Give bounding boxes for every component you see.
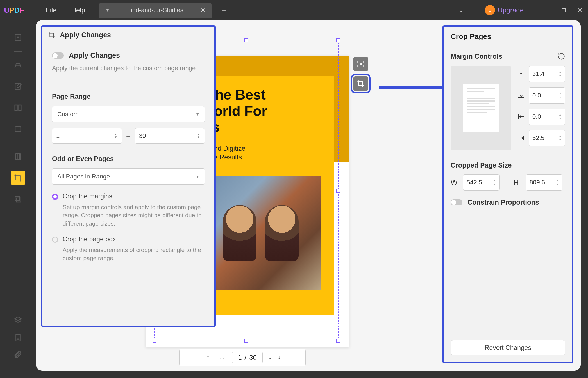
separator xyxy=(475,5,475,15)
window-close-button[interactable] xyxy=(572,3,588,17)
cropped-size-title: Cropped Page Size xyxy=(451,161,565,169)
edit-tool-icon[interactable] xyxy=(11,79,25,94)
page-range-title: Page Range xyxy=(52,93,205,100)
crop-handle-tr[interactable] xyxy=(336,38,340,42)
workarea: ply For the Best n The World For r Studi… xyxy=(0,20,588,378)
tabs-dropdown-icon[interactable]: ⌄ xyxy=(452,6,469,14)
chevron-down-icon: ▼ xyxy=(196,112,199,116)
reader-tool-icon[interactable] xyxy=(11,30,25,45)
svg-rect-9 xyxy=(19,105,21,111)
next-page-icon[interactable]: ⌄ xyxy=(268,354,272,361)
page-input[interactable]: 1/30 xyxy=(232,352,263,363)
page-navigator: ⤒ ︿ 1/30 ⌄ ⤓ xyxy=(179,349,306,366)
margin-right-input[interactable]: 52.5▲▼ xyxy=(529,130,565,146)
layers-icon[interactable] xyxy=(13,316,22,325)
crop-pages-panel: Crop Pages Margin Controls 31.4▲▼ xyxy=(442,25,573,363)
svg-rect-10 xyxy=(15,127,21,132)
crop-icon xyxy=(47,31,56,39)
titlebar: UPDF File Help ▼ Find-and-...r-Studies ✕… xyxy=(0,0,588,20)
margin-bottom-input[interactable]: 0.0▲▼ xyxy=(529,87,565,104)
crop-handle-bm[interactable] xyxy=(244,339,248,343)
crop-pagebox-radio[interactable]: Crop the page box Apply the measurements… xyxy=(52,235,205,262)
height-label: H xyxy=(514,178,521,187)
prev-page-icon[interactable]: ︿ xyxy=(217,354,227,361)
last-page-icon[interactable]: ⤓ xyxy=(277,354,281,361)
new-tab-button[interactable]: ＋ xyxy=(217,3,232,18)
tab-menu-icon[interactable]: ▼ xyxy=(105,8,110,13)
range-dash: – xyxy=(126,132,130,140)
upgrade-button[interactable]: U Upgrade xyxy=(480,5,529,15)
height-input[interactable]: 809.6▲▼ xyxy=(526,174,562,191)
radio-icon xyxy=(52,194,58,200)
radio-help: Apply the measurements of cropping recta… xyxy=(63,246,205,262)
apply-changes-toggle[interactable] xyxy=(52,52,64,59)
menu-help[interactable]: Help xyxy=(64,6,92,14)
margin-top-icon xyxy=(517,71,525,77)
odd-even-title: Odd or Even Pages xyxy=(52,155,205,163)
svg-point-15 xyxy=(360,63,362,65)
width-input[interactable]: 542.5▲▼ xyxy=(463,174,500,191)
margin-left-icon xyxy=(517,113,525,120)
page-tool-icon[interactable] xyxy=(11,100,25,115)
reset-icon[interactable] xyxy=(557,52,565,60)
window-maximize-button[interactable] xyxy=(555,3,572,17)
svg-rect-8 xyxy=(15,105,17,111)
separator xyxy=(534,5,534,15)
separator xyxy=(33,5,33,15)
revert-button[interactable]: Revert Changes xyxy=(451,340,565,355)
document-tab[interactable]: ▼ Find-and-...r-Studies ✕ xyxy=(99,3,212,18)
odd-even-select[interactable]: All Pages in Range▼ xyxy=(52,168,205,185)
apply-changes-help: Apply the current changes to the custom … xyxy=(52,64,205,73)
window-minimize-button[interactable] xyxy=(539,3,555,17)
app-logo: UPDF xyxy=(0,6,28,15)
constrain-label: Constrain Proportions xyxy=(467,198,539,206)
margin-left-input[interactable]: 0.0▲▼ xyxy=(529,109,565,125)
crop-margins-radio[interactable]: Crop the margins Set up margin controls … xyxy=(52,193,205,228)
attachment-icon[interactable] xyxy=(14,350,22,359)
bookmark-icon[interactable] xyxy=(14,333,22,342)
svg-rect-13 xyxy=(15,196,19,201)
document-area: ply For the Best n The World For r Studi… xyxy=(36,20,581,371)
crop-handle-bl[interactable] xyxy=(153,339,156,343)
user-avatar: U xyxy=(485,5,495,15)
radio-label: Crop the page box xyxy=(63,235,205,243)
range-to-input[interactable]: 30▲▼ xyxy=(135,128,205,144)
comment-tool-icon[interactable] xyxy=(11,58,25,72)
crop-tool-icon[interactable] xyxy=(11,171,25,185)
sidebar xyxy=(0,20,36,371)
floating-tools xyxy=(353,57,368,91)
crop-handle-mr[interactable] xyxy=(336,189,340,193)
fit-page-icon[interactable] xyxy=(353,57,368,71)
svg-rect-1 xyxy=(562,8,565,12)
upgrade-label: Upgrade xyxy=(498,6,524,14)
first-page-icon[interactable]: ⤒ xyxy=(204,354,212,361)
form-tool-icon[interactable] xyxy=(11,122,25,136)
range-mode-select[interactable]: Custom▼ xyxy=(52,106,205,122)
crop-page-icon[interactable] xyxy=(353,76,368,91)
tab-title: Find-and-...r-Studies xyxy=(115,6,196,14)
radio-label: Crop the margins xyxy=(63,193,205,200)
page-thumbnail xyxy=(451,66,511,150)
chevron-down-icon: ▼ xyxy=(196,174,199,179)
radio-icon xyxy=(52,237,58,243)
constrain-toggle[interactable] xyxy=(451,199,462,205)
ocr-tool-icon[interactable] xyxy=(11,149,25,164)
tab-close-icon[interactable]: ✕ xyxy=(201,7,205,13)
compare-tool-icon[interactable] xyxy=(11,192,25,207)
radio-help: Set up margin controls and apply to the … xyxy=(63,203,205,228)
range-from-input[interactable]: 1▲▼ xyxy=(52,128,122,144)
margin-right-icon xyxy=(517,135,525,141)
svg-rect-14 xyxy=(17,198,21,202)
width-label: W xyxy=(451,178,458,187)
margin-bottom-icon xyxy=(517,92,525,99)
panel-title: Apply Changes xyxy=(60,31,111,39)
crop-pages-title: Crop Pages xyxy=(444,27,572,47)
apply-changes-panel: Apply Changes Apply Changes Apply the cu… xyxy=(41,25,216,327)
crop-handle-tm[interactable] xyxy=(244,38,248,42)
crop-handle-br[interactable] xyxy=(336,339,340,343)
menu-file[interactable]: File xyxy=(38,6,64,14)
apply-changes-label: Apply Changes xyxy=(69,51,120,59)
margin-top-input[interactable]: 31.4▲▼ xyxy=(529,66,565,82)
margin-controls-title: Margin Controls xyxy=(451,52,502,60)
